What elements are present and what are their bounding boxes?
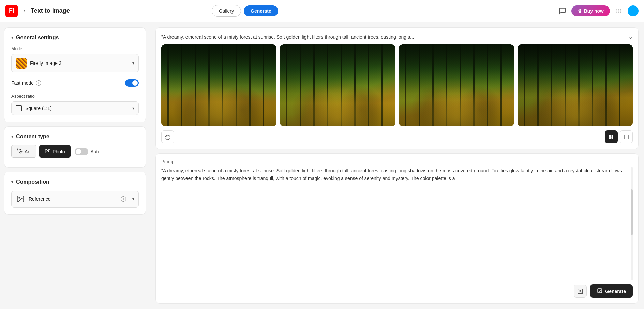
reference-icon xyxy=(16,194,25,204)
generate-label: Generate xyxy=(605,289,626,294)
fast-mode-row: Fast mode i xyxy=(11,78,139,88)
general-settings-title: General settings xyxy=(16,34,59,41)
chat-icon[interactable] xyxy=(558,6,567,16)
aspect-ratio-value: Square (1:1) xyxy=(25,106,129,111)
content-area: "A dreamy, ethereal scene of a misty for… xyxy=(150,22,644,309)
model-dropdown-arrow: ▾ xyxy=(132,61,134,66)
camera-icon xyxy=(45,148,50,155)
grid-layout-button[interactable] xyxy=(605,130,618,143)
layout-buttons xyxy=(605,130,633,143)
svg-rect-12 xyxy=(609,135,611,137)
buy-now-button[interactable]: ♛ Buy now xyxy=(571,5,610,16)
composition-chevron: ▾ xyxy=(11,180,13,184)
svg-point-8 xyxy=(620,12,621,13)
aspect-ratio-dropdown-arrow: ▾ xyxy=(132,106,134,111)
svg-point-11 xyxy=(19,197,20,198)
content-type-title: Content type xyxy=(16,134,49,140)
grid-icon[interactable] xyxy=(614,6,624,16)
svg-point-5 xyxy=(620,10,621,11)
generated-image-4[interactable] xyxy=(518,44,633,126)
general-settings-toggle[interactable]: ▾ General settings xyxy=(11,34,139,41)
back-button[interactable]: ‹ xyxy=(22,6,27,16)
photo-button[interactable]: Photo xyxy=(39,145,71,158)
svg-rect-14 xyxy=(609,137,611,139)
reference-dropdown-arrow: ▾ xyxy=(132,197,134,201)
reference-dropdown[interactable]: Reference i ▾ xyxy=(11,191,139,208)
model-label: Model xyxy=(11,46,139,51)
prompt-text[interactable]: "A dreamy, ethereal scene of a misty for… xyxy=(161,167,633,187)
images-grid xyxy=(161,44,633,126)
svg-point-4 xyxy=(618,10,619,11)
composition-title: Composition xyxy=(16,179,49,185)
svg-point-6 xyxy=(616,12,617,13)
svg-rect-13 xyxy=(612,135,613,137)
model-section: Model Firefly Image 3 ▾ xyxy=(11,46,139,72)
fast-mode-info-icon[interactable]: i xyxy=(36,80,41,86)
crown-icon: ♛ xyxy=(578,8,582,14)
prompt-bar: "A dreamy, ethereal scene of a misty for… xyxy=(161,33,633,40)
chevron-up-icon: ▾ xyxy=(11,35,13,40)
content-type-toggle[interactable]: ▾ Content type xyxy=(11,134,139,140)
reference-info-icon[interactable]: i xyxy=(121,196,126,202)
app-logo: Fi xyxy=(5,5,18,17)
main-layout: ▾ General settings Model Firefly Image 3… xyxy=(0,22,644,309)
auto-toggle[interactable] xyxy=(75,148,88,155)
svg-rect-16 xyxy=(624,135,628,139)
generated-image-3[interactable] xyxy=(399,44,514,126)
header: Fi ‹ Text to image Gallery Generate ♛ Bu… xyxy=(0,0,644,22)
general-settings-panel: ▾ General settings Model Firefly Image 3… xyxy=(4,27,146,122)
aspect-ratio-dropdown[interactable]: Square (1:1) ▾ xyxy=(11,101,139,115)
enhance-button[interactable] xyxy=(574,285,587,298)
brush-icon xyxy=(17,148,23,155)
aspect-ratio-label: Aspect ratio xyxy=(11,94,139,99)
expand-button[interactable]: ⌄ xyxy=(628,33,633,40)
header-right: ♛ Buy now xyxy=(558,5,639,16)
single-layout-button[interactable] xyxy=(620,130,633,143)
sidebar: ▾ General settings Model Firefly Image 3… xyxy=(0,22,150,309)
fast-mode-label: Fast mode i xyxy=(11,80,41,86)
auto-toggle-section: Auto xyxy=(75,148,100,155)
results-area: "A dreamy, ethereal scene of a misty for… xyxy=(155,27,639,149)
model-dropdown[interactable]: Firefly Image 3 ▾ xyxy=(11,54,139,72)
svg-point-3 xyxy=(616,10,617,11)
content-type-buttons: Art Photo Auto xyxy=(11,145,139,158)
square-icon xyxy=(16,105,22,111)
content-type-chevron: ▾ xyxy=(11,134,13,139)
generate-icon xyxy=(597,288,602,294)
page-title: Text to image xyxy=(31,7,70,14)
generated-image-2[interactable] xyxy=(280,44,395,126)
scrollbar-thumb xyxy=(631,189,633,235)
more-options-button[interactable]: ··· xyxy=(616,33,626,40)
generated-image-1[interactable] xyxy=(161,44,276,126)
history-button[interactable] xyxy=(161,130,174,143)
generate-top-button[interactable]: Generate xyxy=(244,5,278,16)
view-controls xyxy=(161,130,633,143)
fast-mode-toggle[interactable] xyxy=(125,79,139,87)
model-value: Firefly Image 3 xyxy=(30,60,129,66)
art-button[interactable]: Art xyxy=(11,145,36,158)
composition-panel: ▾ Composition Reference i ▾ xyxy=(4,172,146,215)
composition-toggle[interactable]: ▾ Composition xyxy=(11,179,139,185)
svg-point-0 xyxy=(616,8,617,9)
user-avatar[interactable] xyxy=(628,5,639,16)
generate-main-button[interactable]: Generate xyxy=(590,284,633,298)
prompt-input[interactable]: "A dreamy, ethereal scene of a misty for… xyxy=(161,167,633,280)
aspect-ratio-section: Aspect ratio Square (1:1) ▾ xyxy=(11,94,139,115)
content-type-panel: ▾ Content type Art xyxy=(4,126,146,168)
prompt-area: Prompt "A dreamy, ethereal scene of a mi… xyxy=(155,153,639,304)
svg-point-2 xyxy=(620,8,621,9)
svg-rect-15 xyxy=(612,137,613,139)
gallery-button[interactable]: Gallery xyxy=(212,5,241,17)
svg-rect-18 xyxy=(598,289,602,293)
prompt-label: Prompt xyxy=(161,159,633,164)
prompt-footer: Generate xyxy=(161,284,633,298)
model-icon xyxy=(16,58,27,69)
prompt-preview-text: "A dreamy, ethereal scene of a misty for… xyxy=(161,34,616,40)
svg-point-1 xyxy=(618,8,619,9)
scrollbar-track xyxy=(631,167,633,280)
svg-point-9 xyxy=(47,150,48,152)
prompt-actions: ··· ⌄ xyxy=(616,33,633,40)
reference-label: Reference xyxy=(29,196,117,202)
header-nav: Gallery Generate xyxy=(212,5,278,17)
svg-point-7 xyxy=(618,12,619,13)
